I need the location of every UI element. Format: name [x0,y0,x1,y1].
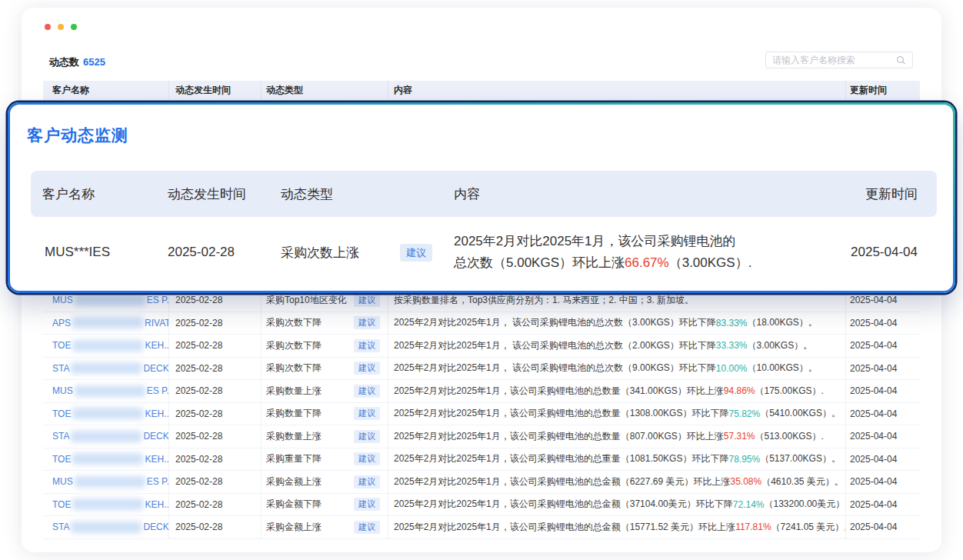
redacted-name-blur [72,340,143,352]
update-date: 2025-04-04 [846,380,920,402]
zoom-overlay-card: 客户动态监测 客户名称 动态发生时间 动态类型 内容 更新时间 MUS***IE… [10,105,953,291]
customer-name-link[interactable]: MUSES P... [52,295,169,306]
occur-date: 2025-02-28 [169,358,262,380]
table-row: TOEKEH... 2025-02-28 采购数量下降建议 2025年2月对比2… [43,403,920,426]
table-row: STADECK... 2025-02-28 采购数量上涨建议 2025年2月对比… [43,425,920,448]
table-row: MUSES P... 2025-02-28 采购金额上涨建议 2025年2月对比… [43,471,920,494]
customer-name-link[interactable]: TOEKEH... [52,498,169,510]
occur-date: 2025-02-28 [169,494,262,516]
suggestion-badge: 建议 [354,339,380,352]
occur-date: 2025-02-28 [169,403,262,425]
overlay-data-row: MUS***IES 2025-02-28 采购次数上涨 建议 2025年2月对比… [31,217,937,288]
customer-name-link[interactable]: MUSES P... [52,476,169,488]
redacted-name-blur [71,362,142,374]
dynamic-content: 2025年2月对比2025年1月，该公司采购锂电池的总金额（15771.52 美… [388,516,846,538]
overlay-dynamic-type: 采购次数上涨 [281,244,359,262]
customer-name-link[interactable]: MUSES P... [52,385,169,397]
occur-date: 2025-02-28 [169,335,262,357]
occur-date: 2025-02-28 [169,471,262,493]
dynamic-content: 2025年2月对比2025年1月，该公司采购锂电池的总数量（1308.00KGS… [388,403,846,425]
header-update-time: 更新时间 [846,81,920,100]
dynamic-type: 采购次数下降 [266,362,322,375]
overlay-header-content: 内容 [454,185,851,203]
suggestion-badge: 建议 [354,407,380,420]
suggestion-badge: 建议 [354,498,380,511]
dynamic-content: 2025年2月对比2025年1月，该公司采购锂电池的总金额（37104.00美元… [388,494,846,516]
zoom-button[interactable] [71,24,77,30]
percent-value: 33.33% [716,340,748,351]
occur-date: 2025-02-28 [169,516,262,538]
overlay-occur-date: 2025-02-28 [168,245,281,260]
dynamic-content: 2025年2月对比2025年1月，该公司采购锂电池的总数量（341.00KGS）… [388,380,846,402]
zoom-overlay: 客户动态监测 客户名称 动态发生时间 动态类型 内容 更新时间 MUS***IE… [8,102,955,293]
update-date: 2025-04-04 [846,425,920,448]
percent-value: 72.14% [733,499,765,510]
redacted-name-blur [72,317,143,328]
percent-value: 10.00% [716,363,748,374]
dynamic-content: 2025年2月对比2025年1月， 该公司采购锂电池的总次数（2.00KGS）环… [388,335,846,357]
dynamics-count: 动态数6525 [49,55,105,69]
redacted-name-blur [75,295,145,306]
overlay-update-date: 2025-04-04 [851,245,925,260]
table-row: APSRIVAT... 2025-02-28 采购次数下降建议 2025年2月对… [43,312,920,335]
table-row: STADECK... 2025-02-28 采购金额上涨建议 2025年2月对比… [43,516,920,539]
close-button[interactable] [45,24,51,30]
suggestion-badge: 建议 [354,385,380,398]
customer-name-link[interactable]: APSRIVAT... [52,317,169,328]
redacted-name-blur [72,408,143,419]
percent-value: 78.95% [728,454,760,465]
percent-value: 117.81% [735,522,771,532]
dynamic-content: 2025年2月对比2025年1月，该公司采购锂电池的总金额（6227.69 美元… [388,471,846,493]
dynamic-content: 2025年2月对比2025年1月， 该公司采购锂电池的总次数（9.00KGS）环… [388,358,846,380]
overlay-suggestion-badge: 建议 [400,244,432,262]
dynamics-count-label: 动态数 [49,56,79,68]
dynamic-type: 采购Top10地区变化 [266,294,347,307]
suggestion-badge: 建议 [354,294,380,307]
customer-name-link[interactable]: STADECK... [52,362,169,374]
redacted-name-blur [75,476,145,488]
overlay-header-row: 客户名称 动态发生时间 动态类型 内容 更新时间 [31,171,937,217]
customer-name-link[interactable]: TOEKEH... [52,453,169,465]
percent-value: 94.86% [724,385,755,396]
overlay-header-dynamic-type: 动态类型 [281,185,454,203]
suggestion-badge: 建议 [354,475,380,488]
dynamic-type: 采购数量下降 [266,407,322,420]
update-date: 2025-04-04 [846,448,920,471]
dynamic-content: 2025年2月对比2025年1月， 该公司采购锂电池的总次数（3.00KGS）环… [388,312,846,335]
search-icon[interactable] [896,55,906,65]
overlay-header-update-time: 更新时间 [851,185,925,203]
table-header-row: 客户名称 动态发生时间 动态类型 内容 更新时间 [43,81,920,100]
update-date: 2025-04-04 [846,335,920,357]
suggestion-badge: 建议 [354,430,380,443]
customer-name-link[interactable]: STADECK... [52,522,169,533]
dynamic-type: 采购次数下降 [266,339,322,352]
table-row: STADECK... 2025-02-28 采购次数下降建议 2025年2月对比… [43,358,920,381]
header-content: 内容 [388,81,846,100]
suggestion-badge: 建议 [354,316,380,329]
overlay-title: 客户动态监测 [27,125,128,146]
customer-name-link[interactable]: TOEKEH... [52,408,169,419]
table-row: MUSES P... 2025-02-28 采购数量上涨建议 2025年2月对比… [43,380,920,403]
customer-name-link[interactable]: TOEKEH... [52,340,169,352]
percent-value: 35.08% [730,476,761,487]
dynamic-type: 采购金额上涨 [266,475,322,488]
search-input[interactable] [772,55,891,65]
redacted-name-blur [72,498,143,510]
overlay-header-occur-time: 动态发生时间 [168,185,281,203]
header-customer-name: 客户名称 [43,81,169,100]
percent-value: 57.31% [724,431,755,442]
update-date: 2025-04-04 [846,312,920,335]
dynamic-type: 采购金额上涨 [266,521,322,534]
customer-search-box[interactable] [765,52,913,68]
dynamic-type: 采购重量下降 [266,452,322,465]
customer-name-link[interactable]: STADECK... [52,431,169,442]
dynamic-type: 采购次数下降 [266,316,322,329]
dynamic-type: 采购数量上涨 [266,385,322,398]
update-date: 2025-04-04 [846,358,920,380]
minimize-button[interactable] [58,24,64,30]
occur-date: 2025-02-28 [169,425,262,448]
update-date: 2025-04-04 [846,494,920,516]
redacted-name-blur [71,522,142,533]
header-dynamic-type: 动态类型 [262,81,388,100]
redacted-name-blur [75,385,145,397]
